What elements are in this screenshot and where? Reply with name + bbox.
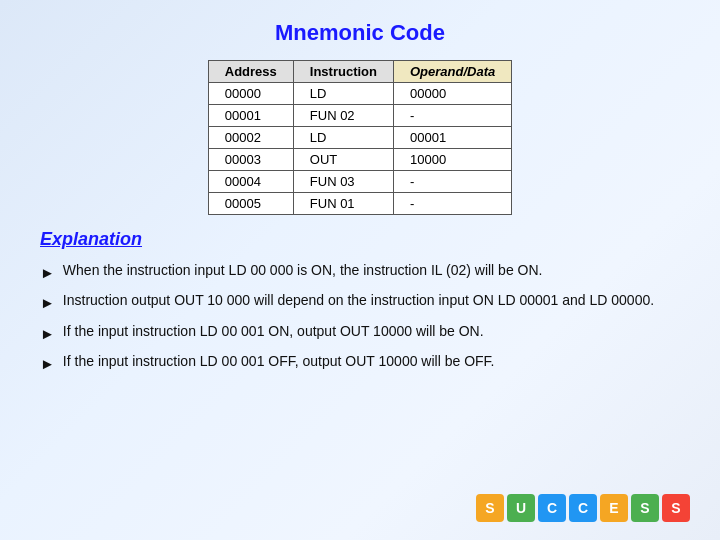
badge-letter: S bbox=[631, 494, 659, 522]
arrow-icon: ► bbox=[40, 322, 55, 345]
badge-letter: U bbox=[507, 494, 535, 522]
arrow-icon: ► bbox=[40, 291, 55, 314]
list-item: ►If the input instruction LD 00 001 OFF,… bbox=[40, 351, 654, 375]
bullet-text: Instruction output OUT 10 000 will depen… bbox=[63, 290, 654, 312]
badge-letter: C bbox=[569, 494, 597, 522]
page-container: Mnemonic Code Address Instruction Operan… bbox=[0, 0, 720, 540]
success-badge: SUCCESS bbox=[476, 494, 690, 522]
bullet-text: When the instruction input LD 00 000 is … bbox=[63, 260, 654, 282]
list-item: ►Instruction output OUT 10 000 will depe… bbox=[40, 290, 654, 314]
badge-letter: E bbox=[600, 494, 628, 522]
badge-letter: S bbox=[476, 494, 504, 522]
arrow-icon: ► bbox=[40, 352, 55, 375]
table-row: 00004FUN 03- bbox=[208, 171, 511, 193]
arrow-icon: ► bbox=[40, 261, 55, 284]
col-instruction: Instruction bbox=[293, 61, 393, 83]
table-row: 00005FUN 01- bbox=[208, 193, 511, 215]
list-item: ►If the input instruction LD 00 001 ON, … bbox=[40, 321, 654, 345]
col-operand: Operand/Data bbox=[393, 61, 511, 83]
table-section: Address Instruction Operand/Data 00000LD… bbox=[40, 60, 680, 215]
bullet-text: If the input instruction LD 00 001 ON, o… bbox=[63, 321, 654, 343]
explanation-heading: Explanation bbox=[40, 229, 142, 250]
list-item: ►When the instruction input LD 00 000 is… bbox=[40, 260, 654, 284]
page-title: Mnemonic Code bbox=[40, 20, 680, 46]
explanation-list: ►When the instruction input LD 00 000 is… bbox=[40, 260, 654, 381]
bullet-text: If the input instruction LD 00 001 OFF, … bbox=[63, 351, 654, 373]
table-row: 00002LD00001 bbox=[208, 127, 511, 149]
table-row: 00000LD00000 bbox=[208, 83, 511, 105]
table-row: 00003OUT10000 bbox=[208, 149, 511, 171]
badge-letter: S bbox=[662, 494, 690, 522]
col-address: Address bbox=[208, 61, 293, 83]
mnemonic-table: Address Instruction Operand/Data 00000LD… bbox=[208, 60, 512, 215]
badge-letter: C bbox=[538, 494, 566, 522]
table-row: 00001FUN 02- bbox=[208, 105, 511, 127]
